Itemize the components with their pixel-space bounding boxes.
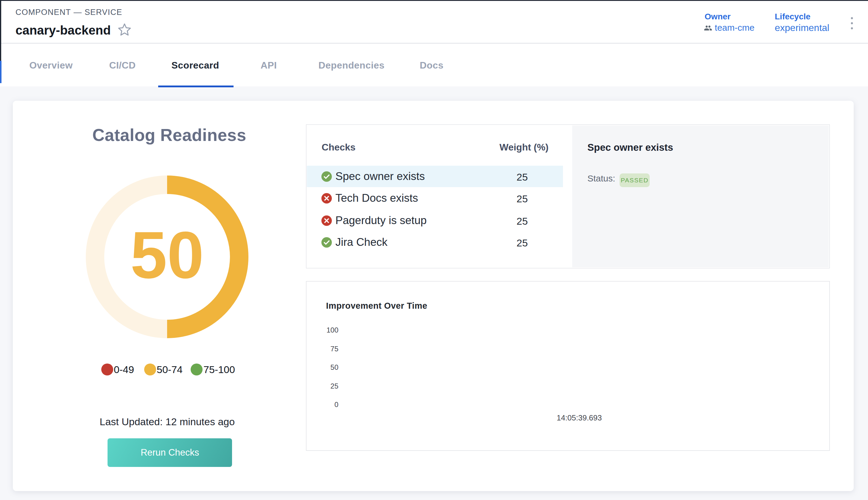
svg-text:50: 50: [130, 218, 204, 292]
